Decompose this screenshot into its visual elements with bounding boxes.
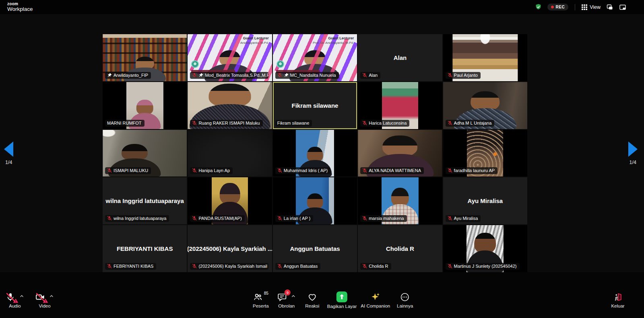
- toolbar-label: Reaksi: [305, 304, 319, 308]
- arrow-right-icon[interactable]: [628, 142, 638, 157]
- toolbar-ai-button[interactable]: AI Companion: [361, 292, 390, 308]
- participant-name-tag: Anggun Batuatas: [275, 263, 320, 270]
- pin-icon: [198, 73, 203, 78]
- participant-name-tag: Paul Arjanto: [446, 72, 481, 79]
- participant-name-label: marsia mahakena: [369, 216, 404, 221]
- participant-name-tag: Martinus J Sunlety (202545042): [446, 263, 520, 270]
- participant-name-label: MARNI RUMFOT: [107, 121, 142, 125]
- toolbar-chat-button[interactable]: 9 Obrolan: [276, 292, 297, 308]
- participant-name-label: PANDA RUSTAM(AP): [198, 216, 242, 221]
- video-tile[interactable]: Alan Alan: [358, 34, 442, 81]
- video-tile[interactable]: Adha M L Untajana: [443, 82, 527, 129]
- toolbar-more-button[interactable]: Lainnya: [394, 292, 416, 308]
- participant-name-tag: Mod_Beatrix Tomasila,S.Pd.,M.Pd: [190, 72, 268, 79]
- participant-name-tag: (202245006) Kayla Syarkiah Ismail: [190, 263, 268, 270]
- video-tile[interactable]: wilna Inggrid latutuaparaya wilna Inggri…: [103, 177, 187, 224]
- video-tile[interactable]: Harica Latuconsina: [358, 82, 442, 129]
- pip-windows-icon[interactable]: [606, 4, 613, 10]
- video-tile[interactable]: Cholida R Cholida R: [358, 225, 442, 272]
- participant-name-label: Fikram silawane: [277, 121, 309, 125]
- participant-name-tag: faradhilla launuru AP: [446, 167, 498, 174]
- video-tile[interactable]: ALYA NADIA WATTIMENA: [358, 130, 442, 177]
- toolbar-icon-row: [6, 292, 24, 302]
- participant-name-label: Harica Latuconsina: [369, 121, 407, 125]
- mic-muted-icon: [192, 216, 197, 221]
- participant-name-tag: ALYA NADIA WATTIMENA: [360, 167, 424, 174]
- toolbar-audio-button[interactable]: Audio: [4, 292, 26, 308]
- toolbar-icon-row: 85: [253, 292, 268, 302]
- rec-dot-icon: [551, 6, 554, 8]
- participants-icon: [253, 292, 263, 302]
- video-tile[interactable]: (202245006) Kayla Syarkiah ... (20224500…: [188, 225, 272, 272]
- toolbar-icon-row: [371, 292, 380, 302]
- participant-name-label: La irlan ( AP ): [284, 216, 310, 221]
- mic-muted-icon: [362, 73, 367, 78]
- video-tile[interactable]: Martinus J Sunlety (202545042): [443, 225, 527, 272]
- toolbar-icon-row: [308, 292, 317, 302]
- participant-name-label: ISMAPI MALUKU: [114, 168, 148, 173]
- toolbar-reactions-button[interactable]: Reaksi: [301, 292, 323, 308]
- participant-name-label: wilna Inggrid latutuaparaya: [114, 216, 166, 221]
- toolbar-leave-button[interactable]: Keluar: [607, 292, 629, 308]
- mic-muted-icon: [277, 168, 282, 173]
- mic-muted-icon: [277, 264, 282, 269]
- chevron-up-icon[interactable]: [49, 294, 54, 299]
- chevron-up-icon[interactable]: [291, 294, 296, 299]
- toolbar-icon-row: [400, 292, 410, 302]
- participant-name-tag: Cholida R: [360, 263, 391, 270]
- video-tile[interactable]: Guest Lecturer Arwildayanto, M.Pd. Mod_B…: [188, 34, 272, 81]
- toolbar-label: Lainnya: [397, 304, 413, 308]
- mic-muted-icon: [107, 168, 112, 173]
- participant-name-tag: Hanipa Layn Ap: [190, 167, 233, 174]
- minimize-window-icon[interactable]: [619, 4, 626, 10]
- toolbar-video-button[interactable]: Video: [34, 292, 56, 308]
- video-tile[interactable]: FEBRIYANTI KIBAS FEBRIYANTI KIBAS: [103, 225, 187, 272]
- video-tile[interactable]: Ayu Miralisa Ayu Miralisa: [443, 177, 527, 224]
- zoom-meeting-window: zoom Workplace REC View: [0, 0, 644, 318]
- participant-name-label: (202245006) Kayla Syarkiah Ismail: [198, 264, 267, 269]
- mic-muted-icon: [192, 168, 197, 173]
- warning-icon: [13, 298, 19, 303]
- video-tile[interactable]: Paul Arjanto: [443, 34, 527, 81]
- toolbar-share-button[interactable]: Bagikan Layar: [327, 292, 357, 309]
- video-tile[interactable]: Guest Lecturer Prof. Dr. Arwildayanto, M…: [273, 34, 357, 81]
- next-page-button[interactable]: 1/4: [628, 142, 638, 165]
- participant-name-label: ALYA NADIA WATTIMENA: [369, 168, 421, 173]
- view-button[interactable]: View: [582, 4, 601, 10]
- participant-name-tag: PANDA RUSTAM(AP): [190, 215, 244, 222]
- participant-name-tag: wilna Inggrid latutuaparaya: [105, 215, 169, 222]
- video-tile[interactable]: La irlan ( AP ): [273, 177, 357, 224]
- mic-muted-icon: [448, 168, 452, 173]
- video-tile[interactable]: Anggun Batuatas Anggun Batuatas: [273, 225, 357, 272]
- mic-muted-icon: [448, 121, 452, 125]
- video-tile[interactable]: ISMAPI MALUKU: [103, 130, 187, 177]
- video-tile[interactable]: Fikram silawane Fikram silawane: [273, 82, 357, 129]
- toolbar-participants-button[interactable]: 85 Peserta: [250, 292, 272, 308]
- video-tile[interactable]: Ruang RAKER ISMAPI Maluku: [188, 82, 272, 129]
- toolbar-label: Bagikan Layar: [327, 304, 357, 309]
- video-tile[interactable]: marsia mahakena: [358, 177, 442, 224]
- toolbar-label: Keluar: [611, 304, 624, 308]
- video-tile[interactable]: Hanipa Layn Ap: [188, 130, 272, 177]
- video-tile[interactable]: Arwildayanto_FIP: [103, 34, 187, 81]
- chat-icon: 9: [277, 292, 287, 302]
- encryption-shield-icon[interactable]: [535, 4, 542, 10]
- arrow-left-icon[interactable]: [4, 142, 13, 157]
- participant-name-label: Adha M L Untajana: [454, 121, 492, 125]
- video-tile[interactable]: faradhilla launuru AP: [443, 130, 527, 177]
- prev-page-button[interactable]: 1/4: [4, 142, 13, 165]
- participant-name-tag: Adha M L Untajana: [446, 120, 495, 127]
- participant-name-label: Paul Arjanto: [454, 73, 478, 78]
- toolbar-label: Audio: [9, 304, 21, 308]
- participant-name-tag: FEBRIYANTI KIBAS: [105, 263, 156, 270]
- toolbar-icon-row: [613, 292, 623, 302]
- app-logo: zoom Workplace: [7, 2, 33, 12]
- participant-name-tag: Ayu Miralisa: [446, 215, 481, 222]
- chevron-up-icon[interactable]: [19, 294, 24, 299]
- participant-name-tag: Ruang RAKER ISMAPI Maluku: [190, 120, 262, 127]
- video-tile[interactable]: MARNI RUMFOT: [103, 82, 187, 129]
- toolbar-group-center: 85 Peserta 9 Obrolan Reaksi Bagikan Laya…: [250, 292, 416, 309]
- video-icon: [35, 292, 45, 302]
- video-tile[interactable]: PANDA RUSTAM(AP): [188, 177, 272, 224]
- video-tile[interactable]: Muhammad Idris ( AP): [273, 130, 357, 177]
